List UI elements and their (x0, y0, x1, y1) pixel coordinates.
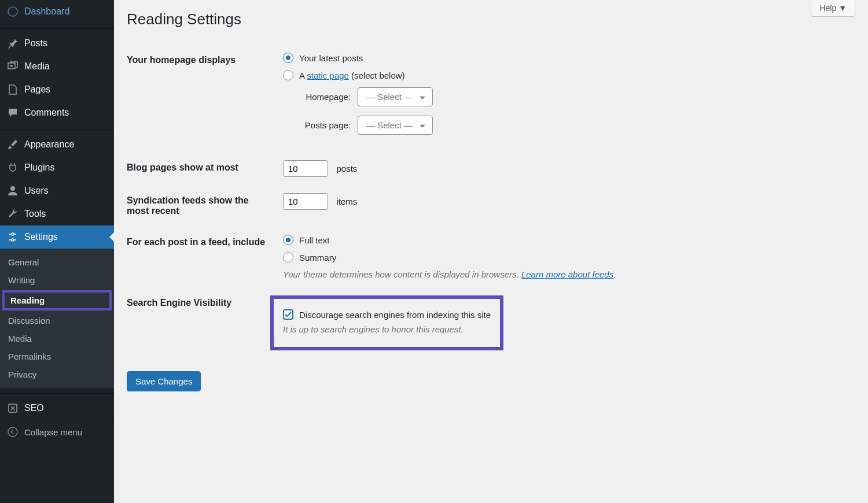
user-icon (7, 185, 19, 197)
collapse-label: Collapse menu (24, 427, 82, 437)
sidebar-item-comments[interactable]: Comments (0, 101, 114, 124)
submenu-item-reading[interactable]: Reading (2, 290, 112, 310)
submenu-item-writing[interactable]: Writing (0, 271, 114, 289)
sidebar-item-label: Posts (24, 38, 47, 49)
radio-latest-posts[interactable] (283, 53, 293, 63)
sidebar-item-plugins[interactable]: Plugins (0, 156, 114, 179)
homepage-select-label: Homepage: (296, 92, 351, 102)
sidebar-item-label: Appearance (24, 139, 74, 150)
blog-pages-label: Blog pages show at most (127, 152, 277, 185)
settings-submenu: General Writing Reading Discussion Media… (0, 249, 114, 388)
svg-point-3 (10, 186, 15, 191)
visibility-label: Search Engine Visibility (127, 287, 277, 358)
brush-icon (7, 139, 19, 150)
blog-pages-unit: posts (336, 164, 357, 173)
posts-page-select-label: Posts page: (296, 120, 351, 130)
save-button[interactable]: Save Changes (127, 371, 201, 391)
help-tab[interactable]: Help ▼ (811, 0, 855, 17)
sidebar-item-dashboard[interactable]: Dashboard (0, 0, 114, 23)
sidebar-item-label: Settings (24, 232, 58, 242)
sidebar-item-pages[interactable]: Pages (0, 78, 114, 101)
settings-form: Your homepage displays Your latest posts… (127, 45, 855, 358)
submenu-item-general[interactable]: General (0, 253, 114, 271)
sidebar-item-settings[interactable]: Settings (0, 225, 114, 249)
settings-icon (7, 231, 19, 243)
seo-icon (7, 402, 19, 414)
radio-summary-label: Summary (299, 253, 336, 262)
visibility-highlight-box: Discourage search engines from indexing … (270, 295, 503, 350)
homepage-select[interactable]: — Select — (358, 87, 433, 106)
radio-full-text-label: Full text (299, 235, 330, 245)
comment-icon (7, 107, 19, 119)
wrench-icon (7, 208, 19, 220)
dashboard-icon (7, 6, 19, 17)
submenu-item-privacy[interactable]: Privacy (0, 365, 114, 383)
collapse-icon (7, 426, 19, 438)
page-icon (7, 84, 19, 95)
sidebar-item-tools[interactable]: Tools (0, 202, 114, 225)
sidebar-item-label: Comments (24, 108, 69, 118)
homepage-displays-label: Your homepage displays (127, 45, 277, 152)
syndication-input[interactable] (283, 193, 328, 210)
discourage-indexing-label: Discourage search engines from indexing … (299, 310, 491, 320)
blog-pages-input[interactable] (283, 160, 328, 177)
sidebar-item-users[interactable]: Users (0, 179, 114, 202)
sidebar-item-label: Plugins (24, 162, 54, 173)
submenu-item-discussion[interactable]: Discussion (0, 312, 114, 330)
feed-include-label: For each post in a feed, include (127, 227, 277, 287)
plug-icon (7, 162, 19, 173)
submenu-item-media[interactable]: Media (0, 330, 114, 347)
discourage-indexing-checkbox[interactable] (283, 309, 293, 320)
feed-description: Your theme determines how content is dis… (283, 269, 849, 279)
posts-page-select[interactable]: — Select — (358, 116, 433, 135)
sidebar-separator (0, 26, 114, 29)
sidebar-item-appearance[interactable]: Appearance (0, 133, 114, 156)
sidebar-separator (0, 391, 114, 394)
sidebar-item-seo[interactable]: SEO (0, 397, 114, 420)
radio-summary[interactable] (283, 252, 293, 262)
sidebar-item-label: SEO (24, 403, 44, 413)
syndication-label: Syndication feeds show the most recent (127, 185, 277, 227)
sidebar-item-label: Pages (24, 84, 50, 95)
sidebar-item-label: Users (24, 186, 49, 196)
sidebar-item-media[interactable]: Media (0, 55, 114, 78)
submenu-item-permalinks[interactable]: Permalinks (0, 347, 114, 365)
sidebar-item-label: Dashboard (24, 6, 69, 17)
sidebar-item-posts[interactable]: Posts (0, 32, 114, 55)
sidebar-separator (0, 127, 114, 130)
main-content: Help ▼ Reading Settings Your homepage di… (114, 0, 868, 503)
radio-full-text[interactable] (283, 235, 293, 245)
radio-static-page[interactable] (283, 70, 293, 80)
learn-more-feeds-link[interactable]: Learn more about feeds (521, 269, 613, 279)
media-icon (7, 61, 19, 72)
admin-sidebar: Dashboard Posts Media Pages Comments App… (0, 0, 114, 503)
collapse-menu[interactable]: Collapse menu (0, 420, 114, 443)
pin-icon (7, 38, 19, 49)
syndication-unit: items (336, 197, 357, 206)
svg-point-2 (10, 65, 13, 67)
svg-point-5 (8, 427, 17, 437)
visibility-description: It is up to search engines to honor this… (283, 324, 491, 334)
radio-latest-posts-label: Your latest posts (299, 53, 363, 63)
radio-static-page-label: A static page (select below) (299, 71, 405, 80)
sidebar-item-label: Media (24, 61, 50, 72)
sidebar-item-label: Tools (24, 209, 46, 219)
static-page-link[interactable]: static page (307, 71, 349, 80)
page-title: Reading Settings (127, 0, 855, 45)
